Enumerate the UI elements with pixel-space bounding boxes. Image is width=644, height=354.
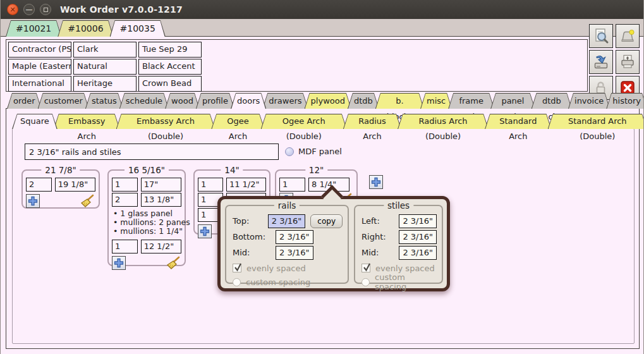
tab-drawers[interactable]: drawers <box>262 93 308 109</box>
door-style-tabs: Square Embassy Arch Embassy Arch (Double… <box>12 114 643 129</box>
copy-button[interactable]: copy <box>310 214 343 228</box>
stile-right-field[interactable]: 2 3/16" <box>399 230 437 244</box>
order-tab-10035[interactable]: #10035 <box>110 20 166 37</box>
tab-embassy-arch-double[interactable]: Embassy Arch (Double) <box>116 114 216 129</box>
qty-field[interactable]: 1 <box>198 178 223 192</box>
tab-standard-arch-double[interactable]: Standard Arch (Double) <box>548 114 644 129</box>
size-field[interactable]: 13 1/8" <box>141 193 181 207</box>
tab-profile[interactable]: profile <box>196 93 234 109</box>
print-icon <box>619 53 636 71</box>
style-field[interactable]: International <box>8 76 71 92</box>
stile-right-label: Right: <box>361 232 399 241</box>
rails-evenly-spaced-checkbox[interactable] <box>233 264 241 272</box>
stiles-evenly-spaced-checkbox[interactable] <box>361 264 370 272</box>
tab-history[interactable]: history <box>606 93 644 109</box>
accent-field[interactable]: Black Accent <box>138 59 202 75</box>
rail-mid-field[interactable]: 2 3/16" <box>276 246 313 260</box>
broom-icon <box>80 194 95 208</box>
broom-icon <box>166 256 181 270</box>
tab-dtdb[interactable]: dtdb <box>348 93 379 109</box>
mdf-panel-radio[interactable] <box>285 147 294 156</box>
tab-dtdb-cl[interactable]: dtdb cl <box>532 93 572 109</box>
tab-square[interactable]: Square <box>12 114 58 129</box>
size-field[interactable]: 12 1/2" <box>141 240 181 253</box>
tab-radius-arch[interactable]: Radius Arch <box>343 114 401 129</box>
qty-field[interactable]: 1 <box>112 240 138 253</box>
order-tab-10021[interactable]: #10021 <box>6 20 61 37</box>
tab-plywood[interactable]: plywood <box>305 93 351 109</box>
checkmark-icon <box>361 261 373 272</box>
save-button[interactable] <box>589 50 613 74</box>
tab-standard-arch[interactable]: Standard Arch <box>485 114 552 129</box>
stiles-group-title: stiles <box>384 200 413 211</box>
glass-panel-notes: 1 glass panel mullions: 2 panes mullions… <box>113 209 181 236</box>
window-close-button[interactable]: ✕ <box>7 4 18 15</box>
add-size-group-button[interactable] <box>369 175 383 189</box>
size-field[interactable]: 11 1/2" <box>226 178 266 192</box>
new-item-button[interactable] <box>616 24 640 48</box>
tab-status[interactable]: status <box>85 93 123 109</box>
profile-field[interactable]: Heritage <box>73 76 137 92</box>
qty-field[interactable]: 1 <box>112 178 138 192</box>
tab-wood[interactable]: wood <box>165 93 200 109</box>
finish-field[interactable]: Natural <box>73 59 137 75</box>
clear-group-button[interactable] <box>165 256 181 270</box>
stile-mid-label: Mid: <box>361 248 399 257</box>
tab-ogee-arch[interactable]: Ogee Arch <box>211 114 264 129</box>
close-icon: ✕ <box>9 6 15 14</box>
tab-ogee-arch-double[interactable]: Ogee Arch (Double) <box>261 114 347 129</box>
rails-stiles-popup: rails Top: 2 3/16" copy Bottom: 2 3/16" … <box>217 196 450 291</box>
stile-left-label: Left: <box>361 216 399 226</box>
minimize-icon: — <box>26 6 33 14</box>
tab-frame-cl[interactable]: frame cl <box>448 93 494 109</box>
rails-group: rails Top: 2 3/16" copy Bottom: 2 3/16" … <box>225 205 349 284</box>
save-icon <box>592 53 610 71</box>
qty-field[interactable]: 1 <box>279 178 305 192</box>
customer-type-field[interactable]: Contractor (PST) <box>8 42 71 58</box>
tab-order[interactable]: order <box>7 93 42 109</box>
tab-customer[interactable]: customer <box>38 93 89 109</box>
date-field[interactable]: Tue Sep 29 <box>138 42 202 58</box>
tab-radius-arch-double[interactable]: Radius Arch (Double) <box>398 114 489 129</box>
group-title: 12" <box>305 165 327 175</box>
order-tab-10006[interactable]: #10006 <box>58 20 113 37</box>
add-row-button[interactable] <box>198 224 212 238</box>
qty-field[interactable]: 2 <box>26 178 52 192</box>
tab-misc[interactable]: misc <box>420 93 452 109</box>
new-item-icon <box>619 27 636 45</box>
clear-group-button[interactable] <box>79 194 95 208</box>
group-title: 14" <box>221 165 243 175</box>
window-maximize-button[interactable] <box>40 4 51 15</box>
rail-top-field[interactable]: 2 3/16" <box>268 214 306 228</box>
tab-invoice[interactable]: invoice <box>568 93 610 109</box>
stiles-group: stiles Left: 2 3/16" Right: 2 3/16" Mid:… <box>354 205 443 284</box>
rails-stiles-summary-input[interactable] <box>25 143 279 160</box>
tab-doors[interactable]: doors <box>231 93 266 109</box>
wood-field[interactable]: Maple (Eastern) <box>8 59 71 75</box>
qty-field[interactable]: 2 <box>112 193 138 207</box>
rails-custom-spacing-radio[interactable] <box>233 278 241 286</box>
size-group-16-5-16: 16 5/16" 1 17" 2 13 1/8" 1 glass panel m… <box>107 169 186 266</box>
stile-mid-field[interactable]: 2 3/16" <box>399 246 437 260</box>
print-button[interactable] <box>616 50 640 74</box>
tab-b-blocks[interactable]: b. blocks <box>375 93 424 109</box>
rail-top-label: Top: <box>233 216 268 226</box>
size-field[interactable]: 19 1/8" <box>55 178 95 192</box>
tab-panel-cl[interactable]: panel cl <box>490 93 535 109</box>
customer-name-field[interactable]: Clark <box>73 42 137 58</box>
tab-schedule[interactable]: schedule <box>119 93 169 109</box>
stiles-custom-spacing-radio[interactable] <box>361 278 370 286</box>
add-row-button[interactable] <box>26 194 40 208</box>
window-minimize-button[interactable]: — <box>23 4 35 15</box>
rails-group-title: rails <box>274 200 300 211</box>
add-row-button[interactable] <box>112 256 126 270</box>
section-tabs: order customer status schedule wood prof… <box>7 93 643 109</box>
tab-embassy-arch[interactable]: Embassy Arch <box>54 114 120 129</box>
stile-left-field[interactable]: 2 3/16" <box>399 214 437 228</box>
size-field[interactable]: 17" <box>141 178 181 192</box>
rail-bottom-field[interactable]: 2 3/16" <box>276 230 313 244</box>
window-title: Work Order v7.0.0-1217 <box>60 4 183 15</box>
mdf-panel-label: MDF panel <box>298 147 342 156</box>
preview-button[interactable] <box>589 24 613 48</box>
bead-field[interactable]: Crown Bead <box>138 76 202 92</box>
